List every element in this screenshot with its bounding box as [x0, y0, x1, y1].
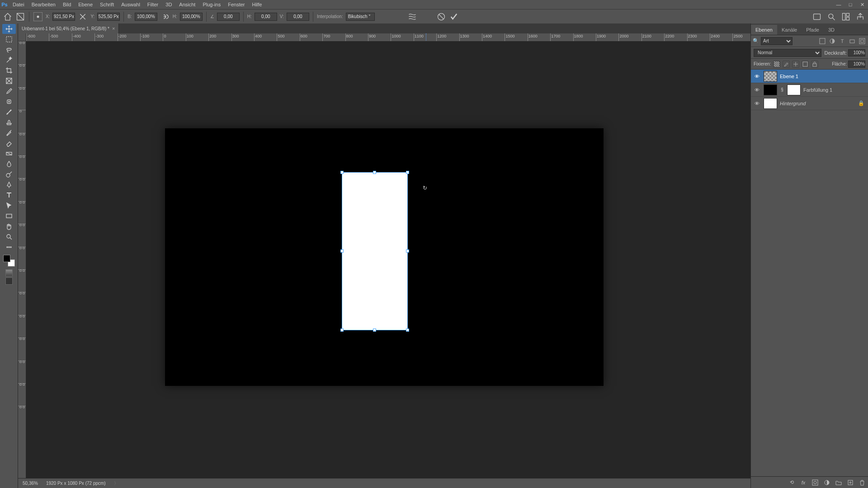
type-tool[interactable] — [2, 190, 16, 200]
menu-ansicht[interactable]: Ansicht — [175, 0, 199, 9]
cancel-transform-icon[interactable] — [436, 12, 446, 22]
new-group-icon[interactable] — [835, 479, 843, 487]
warp-icon[interactable] — [407, 12, 417, 22]
eraser-tool[interactable] — [2, 138, 16, 148]
color-swatches[interactable] — [3, 255, 15, 267]
rectangle-tool[interactable] — [2, 211, 16, 221]
layer-thumbnail[interactable] — [764, 84, 777, 95]
menu-ebene[interactable]: Ebene — [75, 0, 96, 9]
layer-visibility-icon[interactable]: 👁 — [753, 74, 761, 79]
layer-row[interactable]: 👁Hintergrund🔒 — [751, 97, 868, 110]
menu-datei[interactable]: Datei — [9, 0, 28, 9]
document-info[interactable]: 1920 Px x 1080 Px (72 ppcm) — [46, 481, 106, 486]
add-mask-icon[interactable] — [811, 479, 819, 487]
document-tab[interactable]: Unbenannt-1 bei 50,4% (Ebene 1, RGB/8) *… — [18, 23, 119, 33]
menu-bearbeiten[interactable]: Bearbeiten — [28, 0, 59, 9]
y-input[interactable]: 525,50 Px — [97, 13, 120, 21]
more-tools-icon[interactable] — [2, 242, 16, 252]
layer-row[interactable]: 👁§Farbfüllung 1 — [751, 83, 868, 97]
zoom-tool[interactable] — [2, 232, 16, 242]
layer-visibility-icon[interactable]: 👁 — [753, 101, 761, 106]
filter-adjust-icon[interactable] — [828, 37, 836, 45]
screenmode-toggle[interactable] — [5, 277, 13, 285]
panel-tab-kanäle[interactable]: Kanäle — [777, 25, 802, 35]
move-tool[interactable] — [2, 24, 16, 34]
menu-3d[interactable]: 3D — [162, 0, 175, 9]
window-close[interactable]: ✕ — [856, 0, 868, 9]
crop-tool[interactable] — [2, 66, 16, 75]
layer-name[interactable]: Ebene 1 — [780, 74, 798, 79]
quickmask-toggle[interactable] — [5, 269, 13, 277]
hand-tool[interactable] — [2, 221, 16, 231]
skew-h-input[interactable]: 0,00 — [255, 13, 277, 21]
ruler-origin[interactable] — [18, 33, 26, 42]
lock-transparent-icon[interactable] — [773, 61, 780, 68]
filter-shape-icon[interactable] — [848, 37, 856, 45]
history-brush-tool[interactable] — [2, 128, 16, 138]
workspace-icon[interactable] — [841, 12, 851, 22]
layer-filter-kind[interactable]: Art — [761, 37, 793, 45]
pen-tool[interactable] — [2, 180, 16, 190]
clone-stamp-tool[interactable] — [2, 117, 16, 127]
link-layers-icon[interactable]: ⟲ — [788, 479, 796, 487]
menu-hilfe[interactable]: Hilfe — [248, 0, 265, 9]
opacity-input[interactable] — [848, 49, 865, 56]
window-maximize[interactable]: □ — [844, 0, 856, 9]
frame-tool[interactable] — [2, 76, 16, 86]
menu-plug-ins[interactable]: Plug-ins — [199, 0, 224, 9]
layer-thumbnail[interactable] — [764, 71, 777, 82]
x-input[interactable]: 921,50 Px — [52, 13, 75, 21]
window-minimize[interactable]: — — [833, 0, 844, 9]
layer-list[interactable]: 👁Ebene 1👁§Farbfüllung 1👁Hintergrund🔒 — [751, 70, 868, 476]
swap-xy-icon[interactable] — [78, 12, 88, 22]
layer-thumbnail[interactable] — [764, 98, 777, 109]
zoom-level[interactable]: 50,36% — [23, 481, 38, 486]
link-wh-icon[interactable] — [160, 12, 170, 22]
share-icon[interactable] — [855, 12, 865, 22]
filter-search-icon[interactable]: 🔍 — [753, 38, 759, 44]
home-icon[interactable] — [3, 12, 13, 22]
brush-tool[interactable] — [2, 107, 16, 117]
lock-position-icon[interactable] — [792, 61, 799, 68]
ruler-vertical[interactable]: - 3 0 0- 2 0 0- 1 0 001 0 02 0 03 0 04 0… — [18, 42, 26, 478]
fill-input[interactable] — [848, 61, 865, 68]
menu-filter[interactable]: Filter — [144, 0, 162, 9]
layer-visibility-icon[interactable]: 👁 — [753, 87, 761, 93]
ruler-horizontal[interactable] — [26, 33, 750, 42]
healing-tool[interactable] — [2, 97, 16, 107]
panel-tab-ebenen[interactable]: Ebenen — [751, 25, 777, 35]
new-adjustment-icon[interactable] — [823, 479, 831, 487]
foreground-color-swatch[interactable] — [3, 255, 10, 262]
layer-name[interactable]: Farbfüllung 1 — [803, 87, 832, 93]
eyedropper-tool[interactable] — [2, 86, 16, 96]
close-tab-icon[interactable]: × — [112, 26, 115, 31]
status-more-icon[interactable]: 〉 — [114, 480, 118, 487]
interp-select[interactable]: Bikubisch ˅ — [346, 13, 375, 21]
canvas-viewport[interactable]: ↻ — [26, 42, 750, 478]
lock-artboard-icon[interactable] — [802, 61, 809, 68]
lasso-tool[interactable] — [2, 45, 16, 55]
panel-tab-3d[interactable]: 3D — [824, 25, 839, 35]
commit-transform-icon[interactable] — [449, 12, 459, 22]
lock-all-icon[interactable] — [811, 61, 818, 68]
layer-row[interactable]: 👁Ebene 1 — [751, 70, 868, 83]
menu-fenster[interactable]: Fenster — [224, 0, 248, 9]
filter-type-icon[interactable]: T — [838, 37, 846, 45]
blend-mode-select[interactable]: Normal — [754, 49, 821, 57]
layer-name[interactable]: Hintergrund — [780, 101, 806, 106]
filter-smart-icon[interactable] — [858, 37, 866, 45]
h-input[interactable]: 100,00% — [180, 13, 203, 21]
filter-pixel-icon[interactable] — [818, 37, 826, 45]
new-layer-icon[interactable] — [846, 479, 854, 487]
search-icon[interactable] — [826, 12, 836, 22]
path-select-tool[interactable] — [2, 201, 16, 211]
menu-schrift[interactable]: Schrift — [96, 0, 118, 9]
layer-mask-thumbnail[interactable] — [787, 84, 801, 95]
magic-wand-tool[interactable] — [2, 55, 16, 65]
blur-tool[interactable] — [2, 159, 16, 169]
angle-input[interactable]: 0,00 — [217, 13, 240, 21]
lock-pixels-icon[interactable] — [783, 61, 790, 68]
w-input[interactable]: 100,00% — [135, 13, 157, 21]
panel-tab-pfade[interactable]: Pfade — [802, 25, 824, 35]
menu-auswahl[interactable]: Auswahl — [118, 0, 144, 9]
